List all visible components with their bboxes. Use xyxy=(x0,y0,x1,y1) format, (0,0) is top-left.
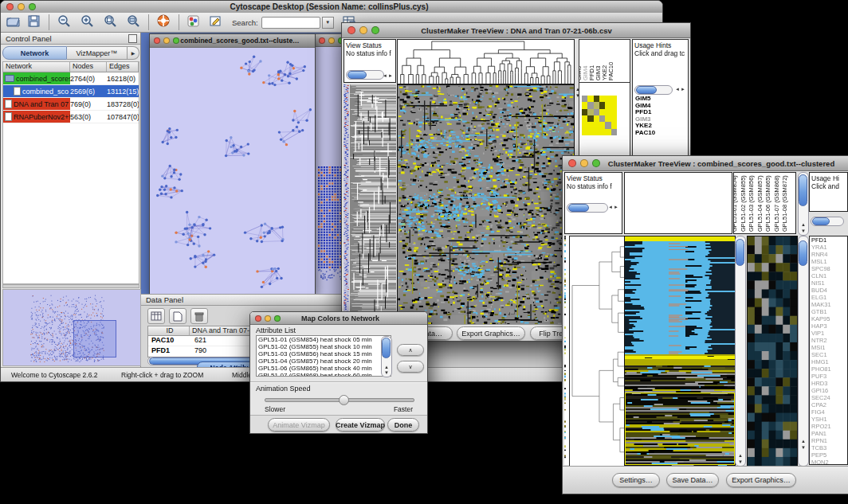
minimize-button[interactable] xyxy=(359,26,367,34)
attribute-list-item[interactable]: GPL51-06 (GSM865) heat shock 40 min xyxy=(258,365,391,372)
gene-label[interactable]: RNR4 xyxy=(811,251,847,258)
scroll-up-icon[interactable]: ▲ xyxy=(575,87,580,92)
gene-label[interactable]: NTR2 xyxy=(811,337,847,344)
column-label[interactable]: GPL51-04 (GSM857) xyxy=(757,175,764,232)
treeview-combined-titlebar[interactable]: ClusterMaker TreeView : combined_scores_… xyxy=(563,156,848,171)
scroll-up-icon[interactable]: ▲ xyxy=(801,222,806,227)
settings-button[interactable]: Settings… xyxy=(612,473,660,487)
attribute-list-item[interactable]: GPL51-03 (GSM856) heat shock 15 min xyxy=(258,350,391,357)
move-down-button[interactable]: ∨ xyxy=(397,361,424,373)
column-labels-vscrollbar[interactable]: ▲ ▼ xyxy=(798,172,809,236)
gene-label[interactable]: SPC98 xyxy=(811,265,847,272)
usage-hints-hscrollbar[interactable] xyxy=(634,85,673,95)
float-panel-icon[interactable] xyxy=(128,34,137,43)
view-status-hscrollbar[interactable] xyxy=(346,70,384,80)
create-vizmap-button[interactable]: Create Vizmap xyxy=(336,418,385,432)
heatmap-vscrollbar[interactable]: ▲ ▼ xyxy=(735,236,746,467)
gene-label[interactable]: HRD3 xyxy=(811,380,847,387)
minimize-button[interactable] xyxy=(18,3,25,10)
zoom-out-icon[interactable] xyxy=(57,14,72,31)
scroll-up-icon[interactable]: ▲ xyxy=(801,439,806,443)
done-button[interactable]: Done xyxy=(387,418,419,432)
column-label[interactable]: GPL51-06 (GSM865) xyxy=(765,175,771,232)
tab-network[interactable]: Network xyxy=(2,46,67,60)
move-up-button[interactable]: ∧ xyxy=(397,344,424,356)
close-button[interactable] xyxy=(6,3,14,10)
save-data-button[interactable]: Save Data… xyxy=(666,473,719,487)
column-label[interactable]: GPL51-02 (GSM855) xyxy=(740,175,747,232)
birdseye-view-canvas[interactable] xyxy=(2,289,141,366)
gene-label[interactable]: PUF3 xyxy=(811,373,847,380)
export-graphics-button[interactable]: Export Graphics… xyxy=(457,326,525,340)
network-table-row[interactable]: RNAPuberNov2+!563(0)107847(0) xyxy=(3,111,139,123)
gene-label[interactable]: RPN1 xyxy=(811,437,847,444)
gene-label[interactable]: ELG1 xyxy=(811,294,847,301)
scroll-right-icon[interactable]: ► xyxy=(681,87,685,92)
column-label[interactable]: PAC10 xyxy=(608,62,614,80)
network-frame-combined[interactable]: combined_scores_good.txt--cluste… xyxy=(149,33,316,294)
treeview-dna-titlebar[interactable]: ClusterMaker TreeView : DNA and Tran 07-… xyxy=(342,23,690,38)
gene-label[interactable]: MSI1 xyxy=(811,344,847,351)
animate-vizmap-button[interactable]: Animate Vizmap xyxy=(268,418,330,432)
gene-label[interactable]: HAP3 xyxy=(811,322,847,330)
gene-list[interactable]: PFD1YRA1RNR4MSL1SPC98CLN1NIS1BUD4ELG1MAK… xyxy=(809,236,848,465)
delete-attribute-icon[interactable] xyxy=(190,308,208,324)
gene-list-vscrollbar[interactable]: ▲ ▼ xyxy=(798,236,809,467)
minimize-button[interactable] xyxy=(265,315,271,322)
row-dendrogram-canvas[interactable] xyxy=(350,84,396,325)
scroll-right-icon[interactable]: ► xyxy=(388,73,393,78)
scroll-down-icon[interactable]: ▼ xyxy=(738,459,743,464)
gene-label[interactable]: BUD4 xyxy=(811,287,847,294)
open-session-icon[interactable] xyxy=(6,14,21,31)
col-header-network[interactable]: Network xyxy=(3,62,70,72)
speed-slider-thumb[interactable] xyxy=(339,395,349,405)
main-titlebar[interactable]: Cytoscape Desktop (Session Name: collins… xyxy=(1,1,662,14)
zoom-fit-icon[interactable] xyxy=(126,14,141,31)
summary-heatmap[interactable] xyxy=(582,96,617,135)
gene-label[interactable]: CPA2 xyxy=(811,401,847,408)
scroll-left-icon[interactable]: ◄ xyxy=(608,205,613,209)
scroll-down-icon[interactable]: ▼ xyxy=(384,370,389,375)
vizmapper-icon[interactable] xyxy=(186,14,200,31)
gene-label[interactable]: RPO21 xyxy=(811,423,847,430)
zoom-button[interactable] xyxy=(592,159,600,167)
gene-label[interactable]: MSL1 xyxy=(811,258,847,265)
export-graphics-button[interactable]: Export Graphics… xyxy=(726,473,796,487)
close-button[interactable] xyxy=(319,37,325,44)
col-header-id[interactable]: ID xyxy=(148,326,190,336)
attribute-list[interactable]: GPL51-01 (GSM854) heat shock 05 minGPL51… xyxy=(256,335,391,377)
column-dendrogram-canvas[interactable] xyxy=(397,39,575,84)
zoom-heatmap-canvas[interactable] xyxy=(747,236,798,467)
scroll-up-icon[interactable]: ▲ xyxy=(384,365,389,369)
heatmap-canvas[interactable] xyxy=(624,236,736,467)
network-view-canvas[interactable] xyxy=(150,48,313,294)
scroll-left-icon[interactable]: ◄ xyxy=(675,87,680,92)
attribute-list-item[interactable]: GPL51-07 (GSM868) heat shock 60 min xyxy=(258,372,391,377)
zoom-in-icon[interactable] xyxy=(80,14,95,31)
close-button[interactable] xyxy=(154,37,160,44)
col-header-edges[interactable]: Edges xyxy=(107,62,139,72)
row-label[interactable]: PAC10 xyxy=(635,130,655,137)
zoom-button[interactable] xyxy=(274,315,281,322)
search-input[interactable] xyxy=(261,17,320,29)
network-table-row[interactable]: DNA and Tran 07769(0)183728(0) xyxy=(3,98,139,111)
select-attributes-icon[interactable] xyxy=(147,308,165,324)
gene-label[interactable]: HMG1 xyxy=(811,358,847,365)
close-button[interactable] xyxy=(347,26,355,34)
zoom-button[interactable] xyxy=(173,37,179,44)
panel-splitter[interactable] xyxy=(2,284,139,288)
gene-label[interactable]: PEP5 xyxy=(811,451,847,459)
network-table-row[interactable]: combined_sco2569(6)13112(15) xyxy=(3,85,139,98)
usage-hints-hscrollbar[interactable] xyxy=(811,217,844,226)
gene-label[interactable]: MAK31 xyxy=(811,301,847,308)
attribute-list-item[interactable]: GPL51-04 (GSM857) heat shock 20 min xyxy=(258,357,391,365)
column-dendrogram-area[interactable] xyxy=(624,172,732,234)
scroll-down-icon[interactable]: ▼ xyxy=(801,445,806,450)
tab-overflow-button[interactable]: ▶ xyxy=(128,46,139,60)
dialog-titlebar[interactable]: Map Colors to Network xyxy=(250,312,427,325)
new-attribute-icon[interactable] xyxy=(169,308,186,324)
attribute-list-vscrollbar[interactable]: ▲ ▼ xyxy=(381,336,392,377)
gene-label[interactable]: PFD1 xyxy=(811,236,847,244)
search-dropdown-button[interactable]: ▼ xyxy=(322,17,334,29)
help-icon[interactable] xyxy=(156,14,171,32)
